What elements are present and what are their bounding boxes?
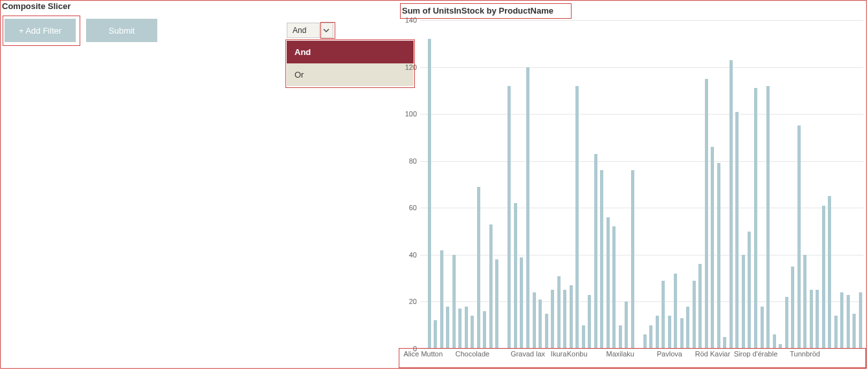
chart-bar[interactable] bbox=[606, 217, 610, 349]
chart-bar[interactable] bbox=[570, 285, 573, 349]
operator-select[interactable]: And bbox=[287, 23, 333, 38]
chart-bar[interactable] bbox=[563, 290, 566, 349]
chart-bar[interactable] bbox=[625, 301, 628, 349]
chart-bar[interactable] bbox=[859, 292, 862, 349]
chart-bar[interactable] bbox=[693, 281, 696, 349]
chart-bar[interactable] bbox=[575, 86, 579, 349]
x-tick-label: Ikura bbox=[551, 350, 566, 358]
chart-bar[interactable] bbox=[452, 255, 456, 349]
chart-bar[interactable] bbox=[526, 67, 529, 349]
chart-bar[interactable] bbox=[779, 344, 782, 349]
chart-title: Sum of UnitsInStock by ProductName bbox=[402, 6, 553, 16]
x-tick-label: Chocolade bbox=[456, 350, 490, 358]
chart-bar[interactable] bbox=[533, 292, 536, 349]
chart-bar[interactable] bbox=[828, 196, 831, 349]
x-tick-label: Röd Kaviar bbox=[695, 350, 730, 358]
chart-bar[interactable] bbox=[742, 255, 745, 349]
x-tick-label: Pavlova bbox=[657, 350, 682, 358]
chart-bar[interactable] bbox=[477, 187, 480, 349]
chart-bar[interactable] bbox=[840, 292, 843, 349]
chart-bar[interactable] bbox=[735, 112, 739, 349]
y-tick-label: 80 bbox=[409, 157, 417, 165]
chart-bar[interactable] bbox=[674, 274, 677, 349]
chart-bar[interactable] bbox=[773, 334, 776, 349]
chart-bar[interactable] bbox=[594, 154, 597, 349]
chart-bar[interactable] bbox=[729, 60, 733, 349]
chart-bar[interactable] bbox=[588, 295, 591, 349]
y-tick-label: 140 bbox=[405, 16, 417, 24]
chart-bar[interactable] bbox=[545, 314, 548, 349]
y-tick-label: 100 bbox=[405, 110, 417, 118]
y-tick-label: 60 bbox=[409, 204, 417, 212]
chart-bar[interactable] bbox=[662, 281, 665, 349]
chart-bar[interactable] bbox=[754, 88, 757, 349]
chart-bar[interactable] bbox=[446, 307, 449, 349]
chart-bar[interactable] bbox=[643, 334, 647, 349]
chart-bar[interactable] bbox=[557, 276, 561, 349]
chart-bar[interactable] bbox=[761, 307, 764, 349]
chart-bar[interactable] bbox=[847, 295, 850, 349]
chart-bar[interactable] bbox=[803, 255, 807, 349]
chart-bar[interactable] bbox=[797, 125, 801, 349]
grid-line bbox=[420, 349, 863, 349]
x-tick-label: Konbu bbox=[567, 350, 588, 358]
chart-bar[interactable] bbox=[785, 297, 788, 349]
chart-bar[interactable] bbox=[514, 203, 517, 349]
chart-plot bbox=[420, 20, 863, 349]
chart-bar[interactable] bbox=[631, 170, 634, 349]
chart-bar[interactable] bbox=[489, 224, 493, 349]
chart-bar[interactable] bbox=[705, 79, 708, 349]
chart-bar[interactable] bbox=[649, 325, 652, 349]
chart-bar[interactable] bbox=[668, 316, 671, 349]
chart-bar[interactable] bbox=[766, 86, 770, 349]
chart-area: 020406080100120140Alice MuttonChocoladeG… bbox=[401, 20, 863, 349]
chart-bar[interactable] bbox=[810, 290, 813, 349]
chart-bar[interactable] bbox=[612, 226, 616, 349]
chart-bar[interactable] bbox=[686, 307, 689, 349]
y-tick-label: 40 bbox=[409, 251, 417, 259]
operator-select-value: And bbox=[287, 26, 319, 35]
grid-line bbox=[420, 67, 863, 68]
chart-bar[interactable] bbox=[458, 309, 462, 349]
chart-bar[interactable] bbox=[483, 311, 486, 349]
x-tick-label: Tunnbröd bbox=[790, 350, 820, 358]
operator-option-or[interactable]: Or bbox=[287, 63, 414, 86]
submit-button[interactable]: Submit bbox=[86, 19, 157, 42]
chart-bar[interactable] bbox=[434, 320, 437, 349]
chevron-down-icon bbox=[319, 23, 333, 38]
chart-bar[interactable] bbox=[852, 314, 856, 349]
chart-bar[interactable] bbox=[619, 325, 622, 349]
chart-bar[interactable] bbox=[656, 316, 659, 349]
chart-bar[interactable] bbox=[834, 316, 838, 349]
chart-bar[interactable] bbox=[465, 307, 468, 349]
chart-bar[interactable] bbox=[551, 290, 554, 349]
x-tick-label: Gravad lax bbox=[511, 350, 545, 358]
chart-bar[interactable] bbox=[539, 299, 542, 349]
chart-bar[interactable] bbox=[680, 318, 684, 349]
chart-bar[interactable] bbox=[520, 257, 523, 349]
chart-bar[interactable] bbox=[495, 259, 498, 349]
slicer-title: Composite Slicer bbox=[2, 1, 71, 11]
chart-bar[interactable] bbox=[698, 264, 702, 349]
chart-bar[interactable] bbox=[507, 86, 511, 349]
add-filter-button[interactable]: + Add Filter bbox=[5, 19, 76, 42]
app-frame: Composite Slicer + Add Filter Submit And… bbox=[0, 0, 867, 369]
chart-bar[interactable] bbox=[440, 250, 443, 349]
operator-option-and[interactable]: And bbox=[287, 41, 414, 63]
chart-bar[interactable] bbox=[723, 337, 726, 349]
chart-bar[interactable] bbox=[748, 232, 751, 349]
operator-dropdown: And Or bbox=[287, 41, 414, 86]
chart-bar[interactable] bbox=[428, 39, 431, 349]
chart-bar[interactable] bbox=[711, 147, 714, 349]
chart-bar[interactable] bbox=[816, 290, 819, 349]
chart-bar[interactable] bbox=[822, 206, 825, 349]
y-tick-label: 120 bbox=[405, 63, 417, 71]
chart-bar[interactable] bbox=[717, 163, 720, 349]
x-tick-label: Maxilaku bbox=[606, 350, 634, 358]
grid-line bbox=[420, 20, 863, 21]
chart-bar[interactable] bbox=[791, 267, 794, 349]
chart-bar[interactable] bbox=[471, 316, 474, 349]
chart-bar[interactable] bbox=[582, 325, 585, 349]
chart-bar[interactable] bbox=[600, 170, 603, 349]
x-tick-label: Sirop d'érable bbox=[734, 350, 778, 358]
